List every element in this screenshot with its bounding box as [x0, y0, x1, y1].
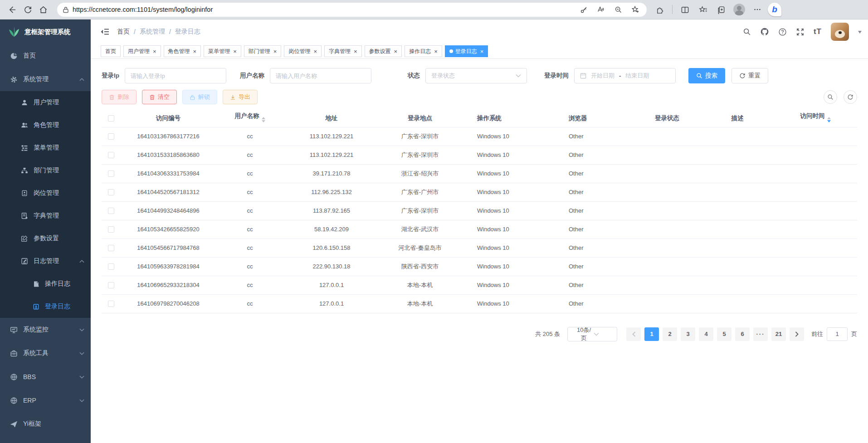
tab-close-icon[interactable]: × [233, 49, 237, 54]
sidebar-item-login-log[interactable]: 登录日志 [0, 295, 91, 318]
tab-0[interactable]: 首页 [101, 45, 121, 57]
breadcrumb-home[interactable]: 首页 [117, 28, 130, 36]
sidebar-item-role-mgmt[interactable]: 角色管理 [0, 114, 91, 136]
page-button-6[interactable]: 6 [735, 327, 750, 341]
table-refresh-button[interactable] [844, 90, 857, 104]
page-button-21[interactable]: 21 [771, 327, 786, 341]
row-checkbox[interactable] [108, 152, 114, 158]
unlock-button[interactable]: 解锁 [182, 90, 217, 104]
tab-close-icon[interactable]: × [480, 49, 484, 54]
tab-close-icon[interactable]: × [313, 49, 317, 54]
extensions-button[interactable] [652, 2, 668, 17]
header-search-button[interactable] [743, 28, 751, 36]
page-button-3[interactable]: 3 [681, 327, 695, 341]
browser-home-button[interactable] [35, 2, 51, 17]
password-key-button[interactable] [577, 3, 590, 16]
sidebar-item-param-settings[interactable]: 参数设置 [0, 227, 91, 250]
page-button-5[interactable]: 5 [717, 327, 731, 341]
tab-8[interactable]: 操作日志× [405, 45, 442, 57]
page-ellipsis-button[interactable]: ··· [753, 327, 768, 341]
select-all-checkbox[interactable] [108, 115, 114, 122]
font-size-button[interactable]: tT [814, 27, 822, 36]
read-aloud-button[interactable] [594, 3, 608, 16]
sidebar-item-user-mgmt[interactable]: 用户管理 [0, 91, 91, 114]
sidebar-item-post-mgmt[interactable]: 岗位管理 [0, 182, 91, 204]
url-text[interactable]: https://ccnetcore.com:1101/system/log/lo… [73, 6, 577, 13]
sort-caret-icon[interactable] [827, 115, 831, 124]
ip-input[interactable] [131, 73, 220, 79]
sidebar-item-system-monitor[interactable]: 系统监控 [0, 318, 91, 341]
sort-caret-icon[interactable] [262, 115, 265, 124]
tab-close-icon[interactable]: × [394, 49, 398, 54]
sidebar-item-dept-mgmt[interactable]: 部门管理 [0, 159, 91, 182]
page-button-1[interactable]: 1 [644, 327, 659, 341]
tab-1[interactable]: 用户管理× [123, 45, 161, 57]
row-checkbox[interactable] [108, 263, 114, 270]
row-checkbox[interactable] [108, 133, 114, 140]
reset-button[interactable]: 重置 [731, 68, 768, 83]
sidebar-item-menu-mgmt[interactable]: 菜单管理 [0, 136, 91, 159]
tab-close-icon[interactable]: × [193, 49, 197, 54]
tab-close-icon[interactable]: × [354, 49, 357, 54]
row-checkbox[interactable] [108, 208, 114, 214]
tab-7[interactable]: 参数设置× [365, 45, 402, 57]
browser-refresh-button[interactable] [20, 2, 35, 17]
sidebar-item-home[interactable]: 首页 [0, 44, 91, 68]
help-button[interactable] [778, 28, 787, 36]
tab-2[interactable]: 角色管理× [164, 45, 201, 57]
tab-9-active[interactable]: 登录日志× [445, 45, 488, 57]
row-checkbox[interactable] [108, 301, 114, 307]
row-checkbox[interactable] [108, 282, 114, 288]
sidebar-item-erp[interactable]: ERP [0, 389, 91, 412]
sidebar-collapse-button[interactable] [98, 24, 112, 39]
prev-page-button[interactable] [626, 327, 641, 341]
tab-5[interactable]: 岗位管理× [284, 45, 322, 57]
github-button[interactable] [760, 27, 769, 36]
end-date-placeholder[interactable]: 结束日期 [625, 72, 649, 80]
next-page-button[interactable] [790, 327, 804, 341]
sidebar-item-system-tools[interactable]: 系统工具 [0, 341, 91, 365]
sidebar-item-operation-log[interactable]: 操作日志 [0, 273, 91, 295]
breadcrumb-system-mgmt[interactable]: 系统管理 [140, 28, 165, 36]
username-input[interactable] [276, 73, 366, 79]
tab-3[interactable]: 菜单管理× [204, 45, 241, 57]
row-checkbox[interactable] [108, 189, 114, 195]
user-menu-caret-icon[interactable] [858, 31, 862, 35]
page-size-select[interactable]: 10条/页 [567, 327, 617, 341]
sidebar-item-bbs[interactable]: BBS [0, 365, 91, 389]
tab-close-icon[interactable]: × [434, 49, 438, 54]
sidebar-item-log-mgmt[interactable]: 日志管理 [0, 250, 91, 273]
collections-button[interactable] [713, 2, 729, 17]
date-range-picker[interactable]: 开始日期 - 结束日期 [574, 68, 676, 83]
browser-profile-button[interactable] [731, 2, 747, 17]
row-checkbox[interactable] [108, 226, 114, 233]
export-button[interactable]: 导出 [223, 90, 258, 104]
page-button-2[interactable]: 2 [663, 327, 677, 341]
sidebar-item-dict-mgmt[interactable]: 字典管理 [0, 204, 91, 227]
fullscreen-button[interactable] [796, 28, 805, 36]
goto-page-input[interactable] [827, 327, 848, 341]
tab-6[interactable]: 字典管理× [324, 45, 362, 57]
zoom-button[interactable] [611, 3, 625, 16]
column-header-time[interactable]: 访问时间 [774, 110, 857, 127]
table-search-toggle-button[interactable] [824, 90, 837, 104]
browser-menu-button[interactable] [750, 2, 765, 17]
browser-back-button[interactable] [5, 2, 20, 17]
row-checkbox[interactable] [108, 245, 114, 251]
tab-close-icon[interactable]: × [273, 49, 277, 54]
delete-button[interactable]: 删除 [102, 90, 137, 104]
sidebar-item-system-mgmt[interactable]: 系统管理 [0, 68, 91, 91]
favorites-button[interactable] [695, 2, 711, 17]
row-checkbox[interactable] [108, 170, 114, 177]
split-screen-button[interactable] [677, 2, 692, 17]
column-header-user[interactable]: 用户名称 [216, 110, 284, 127]
tab-4[interactable]: 部门管理× [244, 45, 282, 57]
clear-button[interactable]: 清空 [142, 90, 177, 104]
copilot-button[interactable]: b [768, 3, 781, 16]
search-button[interactable]: 搜索 [688, 68, 725, 83]
sidebar-item-yi-framework[interactable]: Yi框架 [0, 412, 91, 436]
page-button-4[interactable]: 4 [699, 327, 713, 341]
tab-close-icon[interactable]: × [153, 49, 156, 54]
add-favorite-button[interactable] [629, 3, 642, 16]
status-select[interactable]: 登录状态 [425, 68, 527, 83]
